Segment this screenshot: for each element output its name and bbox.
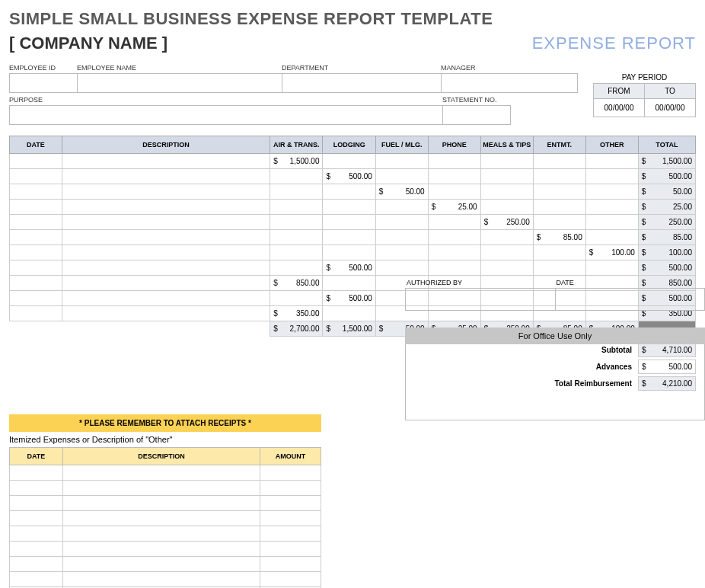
cell-date[interactable] [10,260,62,276]
itemized-desc[interactable] [62,496,260,511]
cell-fuel[interactable] [375,154,428,169]
itemized-amount[interactable] [260,557,321,572]
cell-meals[interactable] [480,184,533,200]
cell-fuel[interactable] [375,245,428,260]
cell-air[interactable] [270,215,323,230]
itemized-amount[interactable] [260,542,321,557]
cell-description[interactable] [62,200,270,215]
cell-date[interactable] [10,291,62,306]
cell-description[interactable] [62,215,270,230]
itemized-desc[interactable] [62,526,260,542]
input-employee-name[interactable] [77,73,282,93]
cell-fuel[interactable] [375,169,428,184]
cell-air[interactable]: $850.00 [270,276,323,291]
cell-fuel[interactable] [375,200,428,215]
cell-meals[interactable] [480,245,533,260]
cell-date[interactable] [10,230,62,245]
itemized-date[interactable] [10,465,63,481]
cell-lodging[interactable] [323,230,375,245]
cell-meals[interactable] [480,260,533,276]
cell-meals[interactable] [480,169,533,184]
cell-entmt[interactable] [533,215,585,230]
itemized-amount[interactable] [260,572,321,587]
pay-from-value[interactable]: 00/00/00 [593,99,645,117]
cell-entmt[interactable] [533,200,585,215]
cell-other[interactable] [585,154,638,169]
cell-lodging[interactable]: $500.00 [323,291,375,306]
cell-air[interactable] [270,184,323,200]
cell-meals[interactable] [480,154,533,169]
cell-lodging[interactable] [323,245,375,260]
cell-other[interactable]: $100.00 [585,245,638,260]
input-statement-no[interactable] [442,105,511,125]
cell-entmt[interactable] [533,169,585,184]
cell-description[interactable] [62,276,270,291]
cell-description[interactable] [62,230,270,245]
cell-description[interactable] [62,291,270,306]
cell-air[interactable]: $350.00 [270,306,323,321]
cell-description[interactable] [62,184,270,200]
itemized-desc[interactable] [62,542,260,557]
input-purpose[interactable] [9,105,443,125]
cell-lodging[interactable]: $500.00 [323,260,375,276]
cell-fuel[interactable] [375,215,428,230]
cell-lodging[interactable] [323,200,375,215]
itemized-date[interactable] [10,481,63,496]
cell-other[interactable] [585,169,638,184]
itemized-amount[interactable] [260,465,321,481]
cell-phone[interactable] [428,260,480,276]
cell-entmt[interactable] [533,184,585,200]
auth-date-input[interactable] [555,288,706,311]
cell-other[interactable] [585,215,638,230]
itemized-date[interactable] [10,511,63,526]
cell-air[interactable] [270,200,323,215]
cell-description[interactable] [62,306,270,321]
cell-air[interactable] [270,291,323,306]
cell-date[interactable] [10,200,62,215]
cell-other[interactable] [585,230,638,245]
itemized-desc[interactable] [62,572,260,587]
cell-description[interactable] [62,245,270,260]
cell-entmt[interactable]: $85.00 [533,230,585,245]
cell-description[interactable] [62,169,270,184]
input-manager[interactable] [441,73,578,93]
cell-phone[interactable] [428,154,480,169]
cell-air[interactable]: $1,500.00 [270,154,323,169]
authorized-by-input[interactable] [405,288,556,311]
cell-meals[interactable] [480,200,533,215]
cell-phone[interactable] [428,230,480,245]
cell-date[interactable] [10,169,62,184]
cell-fuel[interactable] [375,260,428,276]
cell-other[interactable] [585,260,638,276]
cell-lodging[interactable] [323,154,375,169]
itemized-amount[interactable] [260,496,321,511]
cell-date[interactable] [10,215,62,230]
cell-meals[interactable]: $250.00 [480,215,533,230]
itemized-desc[interactable] [62,511,260,526]
cell-date[interactable] [10,306,62,321]
cell-entmt[interactable] [533,245,585,260]
itemized-date[interactable] [10,526,63,542]
cell-fuel[interactable] [375,230,428,245]
cell-lodging[interactable] [323,215,375,230]
cell-air[interactable] [270,260,323,276]
itemized-date[interactable] [10,572,63,587]
input-employee-id[interactable] [9,73,78,93]
cell-air[interactable] [270,169,323,184]
cell-lodging[interactable] [323,276,375,291]
cell-description[interactable] [62,154,270,169]
cell-other[interactable] [585,200,638,215]
cell-fuel[interactable]: $50.00 [375,184,428,200]
cell-meals[interactable] [480,230,533,245]
itemized-amount[interactable] [260,481,321,496]
cell-date[interactable] [10,276,62,291]
cell-description[interactable] [62,260,270,276]
cell-air[interactable] [270,245,323,260]
input-department[interactable] [282,73,442,93]
cell-air[interactable] [270,230,323,245]
cell-entmt[interactable] [533,260,585,276]
cell-phone[interactable]: $25.00 [428,200,480,215]
cell-phone[interactable] [428,169,480,184]
itemized-amount[interactable] [260,526,321,542]
cell-other[interactable] [585,184,638,200]
